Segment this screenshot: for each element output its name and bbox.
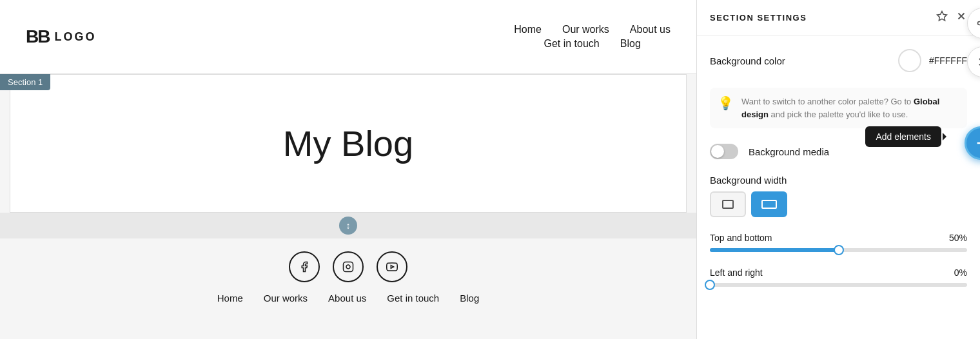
width-option-full[interactable] bbox=[751, 191, 787, 217]
color-value: #FFFFFF bbox=[929, 55, 967, 66]
footer-link-home[interactable]: Home bbox=[217, 293, 243, 304]
instagram-icon[interactable] bbox=[333, 251, 364, 282]
color-swatch[interactable] bbox=[898, 49, 921, 72]
hint-box: 💡 Want to switch to another color palett… bbox=[710, 88, 967, 128]
hint-text: Want to switch to another color palette?… bbox=[741, 95, 959, 121]
top-bottom-label: Top and bottom bbox=[710, 233, 772, 243]
background-width-label: Background width bbox=[710, 175, 787, 186]
footer-link-blog[interactable]: Blog bbox=[460, 293, 479, 304]
resize-handle: ↕ bbox=[0, 213, 696, 238]
background-color-label: Background color bbox=[710, 55, 890, 66]
nav-bar: BB LOGO Home Our works About us Get in t… bbox=[0, 0, 696, 74]
top-bottom-value: 50% bbox=[941, 233, 967, 243]
svg-rect-6 bbox=[762, 200, 776, 208]
left-right-row: Left and right 0% bbox=[710, 267, 967, 287]
blog-title: My Blog bbox=[283, 122, 413, 164]
panel-header: SECTION SETTINGS bbox=[697, 0, 980, 36]
width-option-boxed[interactable] bbox=[710, 191, 746, 217]
website-preview: BB LOGO Home Our works About us Get in t… bbox=[0, 0, 696, 339]
add-elements-fab[interactable] bbox=[965, 126, 980, 160]
background-media-toggle[interactable] bbox=[710, 144, 738, 159]
svg-rect-5 bbox=[723, 200, 733, 208]
background-color-row: Background color #FFFFFF bbox=[710, 49, 967, 72]
svg-point-8 bbox=[978, 22, 981, 25]
footer-section: Home Our works About us Get in touch Blo… bbox=[0, 238, 696, 316]
add-elements-tooltip: Add elements bbox=[865, 126, 941, 147]
nav-link-our-works[interactable]: Our works bbox=[562, 24, 609, 35]
panel-title: SECTION SETTINGS bbox=[710, 13, 807, 23]
nav-links: Home Our works About us Get in touch Blo… bbox=[514, 24, 671, 50]
panel-header-actions bbox=[936, 10, 967, 25]
footer-link-get-in-touch[interactable]: Get in touch bbox=[387, 293, 439, 304]
hint-lightbulb-icon: 💡 bbox=[718, 95, 734, 111]
nav-link-get-in-touch[interactable]: Get in touch bbox=[544, 38, 599, 50]
left-right-label: Left and right bbox=[710, 267, 763, 278]
nav-link-blog[interactable]: Blog bbox=[620, 38, 641, 50]
top-bottom-header: Top and bottom 50% bbox=[710, 233, 967, 243]
svg-rect-0 bbox=[344, 262, 353, 272]
footer-nav: Home Our works About us Get in touch Blo… bbox=[217, 293, 480, 304]
section-label[interactable]: Section 1 bbox=[0, 74, 50, 90]
blog-section[interactable]: My Blog bbox=[10, 74, 687, 213]
background-width-section: Background width bbox=[710, 175, 967, 217]
nav-link-home[interactable]: Home bbox=[514, 24, 542, 35]
footer-link-about-us[interactable]: About us bbox=[328, 293, 366, 304]
settings-panel: SECTION SETTINGS Background color #FFFFF… bbox=[696, 0, 980, 339]
nav-row-2: Get in touch Blog bbox=[544, 38, 640, 50]
youtube-icon[interactable] bbox=[377, 251, 407, 282]
social-icons bbox=[289, 251, 407, 282]
canvas-area: BB LOGO Home Our works About us Get in t… bbox=[0, 0, 696, 339]
panel-body: Background color #FFFFFF 💡 Want to switc… bbox=[697, 36, 980, 300]
background-media-label: Background media bbox=[749, 146, 829, 157]
nav-row-1: Home Our works About us bbox=[514, 24, 671, 35]
resize-icon[interactable]: ↕ bbox=[339, 217, 357, 235]
footer-link-our-works[interactable]: Our works bbox=[264, 293, 308, 304]
logo-icon: BB bbox=[26, 26, 49, 47]
left-right-slider[interactable] bbox=[710, 283, 967, 287]
logo-text: LOGO bbox=[54, 30, 96, 44]
pin-icon[interactable] bbox=[936, 10, 948, 25]
left-right-header: Left and right 0% bbox=[710, 267, 967, 278]
top-bottom-slider[interactable] bbox=[710, 248, 967, 252]
close-icon[interactable] bbox=[956, 10, 967, 25]
logo-area: BB LOGO bbox=[26, 26, 96, 47]
facebook-icon[interactable] bbox=[289, 251, 320, 282]
nav-link-about-us[interactable]: About us bbox=[630, 24, 671, 35]
top-bottom-row: Top and bottom 50% bbox=[710, 233, 967, 252]
close-fab[interactable] bbox=[967, 46, 980, 77]
svg-marker-2 bbox=[391, 266, 393, 269]
network-fab[interactable] bbox=[967, 8, 980, 39]
width-options bbox=[710, 191, 967, 217]
left-right-value: 0% bbox=[941, 267, 967, 278]
